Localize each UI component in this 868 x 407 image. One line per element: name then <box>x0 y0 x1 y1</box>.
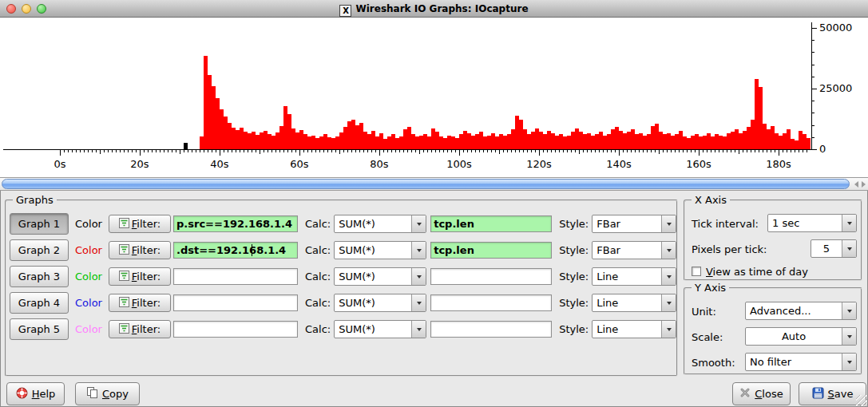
chevron-down-icon <box>842 328 856 345</box>
close-icon <box>739 387 751 401</box>
x-axis-tick <box>311 150 312 152</box>
scale-select[interactable]: Auto <box>745 327 857 346</box>
x-axis-tick <box>264 150 264 152</box>
graph2-filter-input[interactable] <box>173 242 298 259</box>
y-axis-tick <box>812 113 814 113</box>
x-axis-tick <box>479 150 480 152</box>
graph3-toggle-button[interactable]: Graph 3 <box>10 266 69 287</box>
graph2-toggle-button[interactable]: Graph 2 <box>10 239 69 261</box>
graph3-style-select[interactable]: Line <box>592 267 676 286</box>
chevron-down-icon <box>411 268 426 285</box>
graph3-filter-button[interactable]: Filter: <box>109 267 171 286</box>
x-axis-tick <box>703 150 704 152</box>
x-axis-tick <box>140 150 141 156</box>
x-axis-tick <box>551 150 552 152</box>
x-axis-tick <box>451 150 452 152</box>
x-axis-tick <box>575 150 576 152</box>
graph4-calc-field-input[interactable] <box>430 294 552 311</box>
graph2-filter-button[interactable]: Filter: <box>109 241 171 259</box>
x-axis-label: 20s <box>124 158 156 170</box>
graph1-filter-input[interactable] <box>173 215 298 232</box>
graph5-style-select[interactable]: Line <box>592 320 676 338</box>
smooth-row: Smooth: No filter <box>692 353 857 372</box>
x-axis-tick <box>763 150 763 152</box>
save-icon <box>812 387 824 401</box>
x-axis-tick <box>655 150 656 152</box>
graph1-filter-button[interactable]: Filter: <box>109 215 171 233</box>
y-axis-tick <box>812 65 814 65</box>
x-axis-tick <box>559 150 560 152</box>
x-axis-tick <box>523 150 524 152</box>
help-button-label: Help <box>32 388 56 400</box>
x-axis-label: 60s <box>283 158 315 170</box>
x-axis-tick <box>367 150 368 152</box>
x-axis-label: 80s <box>363 158 395 170</box>
copy-button[interactable]: Copy <box>75 382 140 405</box>
x-axis-tick <box>747 150 747 152</box>
x-axis-tick <box>363 150 364 152</box>
graph2-color-label: Color <box>75 244 105 256</box>
tick-interval-label: Tick interval: <box>692 218 759 230</box>
unit-select[interactable]: Advanced... <box>745 302 857 320</box>
x-axis-tick <box>587 150 588 152</box>
close-button[interactable]: Close <box>732 382 791 405</box>
x-axis-tick <box>80 150 81 152</box>
smooth-label: Smooth: <box>692 357 735 369</box>
graph5-calc-field-input[interactable] <box>430 321 552 338</box>
x-axis-tick <box>743 150 743 152</box>
x-axis-tick <box>667 150 668 152</box>
pixels-per-tick-value: 5 <box>811 243 842 255</box>
style-label: Style: <box>559 271 589 283</box>
graph1-toggle-button[interactable]: Graph 1 <box>10 213 69 235</box>
x-axis-tick <box>351 150 352 152</box>
filter-icon <box>119 271 129 283</box>
y-axis-tick <box>812 52 814 53</box>
unit-label: Unit: <box>692 306 716 318</box>
x-axis-tick <box>295 150 296 152</box>
pixels-per-tick-select[interactable]: 5 <box>811 239 857 258</box>
x-axis-tick <box>164 150 164 152</box>
scroll-left-icon[interactable] <box>854 181 858 188</box>
graph3-calc-field-input[interactable] <box>430 268 552 285</box>
x-axis-tick <box>519 150 520 152</box>
graph3-calc-select[interactable]: SUM(*) <box>334 267 426 286</box>
graph1-calc-select[interactable]: SUM(*) <box>334 215 426 233</box>
graph1-style-select[interactable]: FBar <box>592 215 676 233</box>
scroll-right-icon[interactable] <box>862 181 866 188</box>
horizontal-scrollbar[interactable] <box>0 177 868 191</box>
graph2-style-select[interactable]: FBar <box>592 241 676 259</box>
x-axis-tick <box>511 150 512 152</box>
scrollbar-thumb[interactable] <box>2 179 850 189</box>
window-resize-grip[interactable] <box>856 395 867 406</box>
x-axis-tick <box>132 150 133 152</box>
x-axis-tick <box>287 150 288 152</box>
x-axis-tick <box>84 150 85 152</box>
graph5-calc-select[interactable]: SUM(*) <box>334 320 426 338</box>
view-as-time-checkbox[interactable] <box>692 267 701 276</box>
tick-interval-select[interactable]: 1 sec <box>767 214 857 232</box>
x-axis-tick <box>240 150 240 152</box>
graph4-calc-select[interactable]: SUM(*) <box>334 294 426 312</box>
graph4-style-select[interactable]: Line <box>592 294 676 312</box>
x-axis-tick <box>775 150 775 152</box>
graph4-toggle-button[interactable]: Graph 4 <box>10 292 69 314</box>
help-button[interactable]: Help <box>6 382 65 405</box>
x-axis-tick <box>208 150 208 152</box>
graph5-filter-button[interactable]: Filter: <box>109 320 171 338</box>
graph2-calc-select[interactable]: SUM(*) <box>334 241 426 259</box>
x-axis-tick <box>355 150 356 152</box>
x-axis-tick <box>455 150 456 152</box>
x-axis-tick <box>359 150 360 152</box>
graph1-calc-field-input[interactable] <box>430 215 552 232</box>
smooth-select[interactable]: No filter <box>745 353 857 371</box>
graph4-filter-input[interactable] <box>173 294 298 311</box>
graph5-toggle-button[interactable]: Graph 5 <box>10 318 69 340</box>
graph5-filter-input[interactable] <box>173 321 298 338</box>
unit-value: Advanced... <box>746 305 842 317</box>
graph4-filter-button[interactable]: Filter: <box>109 294 171 312</box>
scrollbar-arrows[interactable] <box>854 180 866 189</box>
x-axis-label: 40s <box>204 158 236 170</box>
graph3-filter-input[interactable] <box>173 268 298 285</box>
x-axis-tick <box>583 150 584 152</box>
graph2-calc-field-input[interactable] <box>430 242 552 259</box>
